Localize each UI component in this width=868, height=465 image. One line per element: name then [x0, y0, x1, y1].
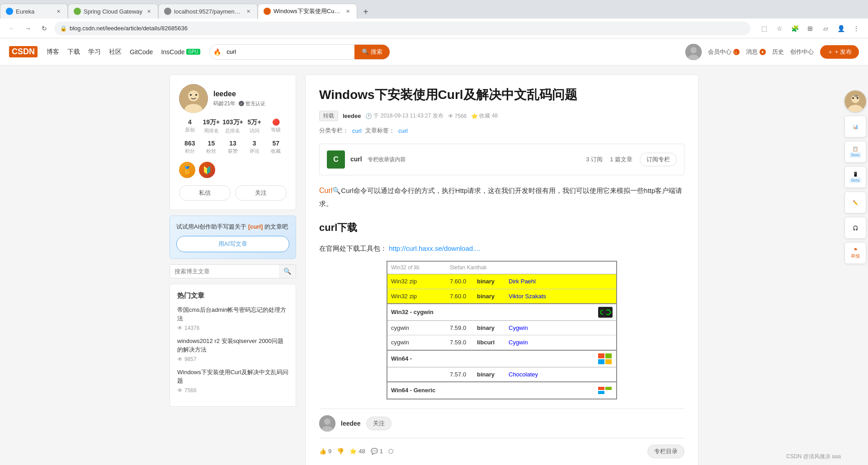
meta-author[interactable]: leedee [343, 113, 361, 119]
ai-write-button[interactable]: 用AI写文章 [176, 236, 289, 252]
hot-article-3[interactable]: Windows下安装使用Curl及解决中文乱码问题 👁 7566 [177, 368, 288, 394]
table-cell-cygwin-1: cygwin [391, 323, 445, 333]
nav-links: 博客 下载 学习 社区 GitCode InsCode GPU [47, 48, 200, 56]
main-content: leedee 码龄21年 ✓ 暂无认证 4 原创 [163, 66, 705, 465]
table-section-cygwin: Win32 - cygwin C [387, 304, 616, 321]
back-button[interactable]: ← [5, 22, 18, 35]
tab-close-eureka[interactable]: ✕ [55, 8, 62, 15]
follow-bottom-button[interactable]: 关注 [366, 417, 392, 430]
star-collect-icon: ⭐ [349, 448, 357, 455]
star-button[interactable]: ⭐ 48 [349, 448, 365, 455]
tab-close-localhost[interactable]: ✕ [245, 8, 252, 15]
author-avatar[interactable] [179, 84, 208, 113]
table-cell-author-2[interactable]: Viktor Szakats [509, 291, 546, 301]
footer-right: 专栏目录 [647, 445, 684, 458]
toc-button[interactable]: 专栏目录 [647, 445, 684, 458]
like-button[interactable]: 👍 9 [319, 448, 331, 455]
author-info: leedee 码龄21年 ✓ 暂无认证 [213, 90, 287, 108]
nav-inscode[interactable]: InsCode GPU [161, 48, 200, 56]
svg-rect-12 [598, 353, 604, 358]
tab-spring[interactable]: Spring Cloud Gateway ✕ [68, 4, 158, 19]
stat-comments: 3 评论 [244, 140, 265, 155]
publish-button[interactable]: ＋ + 发布 [820, 45, 859, 59]
table-cell-author-1[interactable]: Dirk Paehl [509, 276, 536, 287]
member-center-btn[interactable]: 会员中心🎁 [708, 48, 740, 56]
search-input[interactable] [225, 48, 354, 55]
hot-article-meta-2: 👁 9857 [177, 356, 288, 362]
reload-button[interactable]: ↻ [38, 22, 51, 35]
avatar-image [685, 44, 702, 60]
subscribe-column-button[interactable]: 订阅专栏 [640, 153, 677, 166]
forward-button[interactable]: → [22, 22, 34, 35]
float-list-btn[interactable]: 📋 Beta [844, 141, 866, 163]
nav-learn[interactable]: 学习 [88, 48, 101, 56]
hot-section: 热门文章 帝国cms后台admin帐号密码忘记的处理方法 👁 14376 win… [170, 284, 296, 407]
tab-windows[interactable]: Windows下安装使用Curl及解决... ✕ [258, 4, 357, 19]
svg-point-25 [852, 97, 854, 99]
curl-logo: C [327, 150, 345, 169]
author-stats-2: 863 积分 15 粉丝 13 获赞 3 评论 [179, 140, 287, 155]
svg-point-7 [195, 94, 197, 96]
new-tab-button[interactable]: + [359, 5, 373, 19]
dislike-button[interactable]: 👎 [337, 448, 344, 455]
sidebar-search-input[interactable] [170, 265, 279, 278]
create-center-btn[interactable]: 创作中心 [790, 48, 814, 56]
bottom-author-name: leedee [341, 420, 361, 427]
hot-article-2[interactable]: windows2012 r2 安装sqlserver 2000问题的解决方法 👁… [177, 337, 288, 362]
follow-author-button[interactable]: 关注 [235, 185, 287, 201]
search-button[interactable]: 🔍 搜索 [354, 44, 390, 60]
address-bar[interactable]: 🔒 blog.csdn.net/leedee/article/details/8… [54, 22, 750, 35]
table-cell-version-1: 7.60.0 [450, 276, 472, 287]
category-tag-curl[interactable]: curl [352, 127, 362, 134]
private-message-button[interactable]: 私信 [179, 185, 231, 201]
extensions-icon[interactable]: 🧩 [788, 22, 801, 35]
stat-visits: 5万+ 访问 [244, 118, 265, 134]
float-audio-btn[interactable]: 🎧 [844, 217, 866, 239]
nav-download[interactable]: 下载 [67, 48, 80, 56]
tab-eureka[interactable]: Eureka ✕ [0, 4, 68, 19]
stat-collects: 57 收藏 [265, 140, 287, 155]
float-avatar[interactable] [844, 90, 866, 112]
tab-close-windows[interactable]: ✕ [344, 8, 351, 15]
history-btn[interactable]: 历史 [772, 48, 784, 56]
float-edit-btn[interactable]: ✏️ [844, 192, 866, 213]
right-float-panel: 📊 📋 Beta 📱 Beta ✏️ 🎧 ⚑ 举报 [843, 90, 868, 264]
nav-community[interactable]: 社区 [109, 48, 122, 56]
user-avatar[interactable] [685, 44, 702, 60]
hot-article-1[interactable]: 帝国cms后台admin帐号密码忘记的处理方法 👁 14376 [177, 305, 288, 331]
transfer-badge: 转载 [319, 111, 338, 121]
bottom-author-avatar[interactable] [319, 415, 335, 432]
menu-icon[interactable]: ⋮ [850, 22, 863, 35]
table-cell-cygwin-a2[interactable]: Cygwin [509, 337, 528, 348]
author-actions: 私信 关注 [179, 185, 287, 201]
report-label: 举报 [851, 253, 860, 259]
sidebar-toggle-icon[interactable]: ▱ [819, 22, 832, 35]
svg-rect-14 [598, 359, 604, 364]
table-cell-win64-a1[interactable]: Chocolatey [509, 369, 538, 380]
float-report-btn[interactable]: ⚑ 举报 [844, 242, 866, 264]
article-tag-curl[interactable]: curl [398, 127, 408, 134]
svg-rect-16 [598, 387, 604, 390]
site-logo[interactable]: CSDN [9, 46, 38, 57]
share-button[interactable]: ⬡ [388, 448, 393, 455]
apps-icon[interactable]: ⊞ [804, 22, 816, 35]
profile-icon[interactable]: 👤 [835, 22, 847, 35]
bookmark-icon[interactable]: ☆ [773, 22, 786, 35]
comment-button[interactable]: 💬 1 [371, 448, 383, 455]
tab-title-windows: Windows下安装使用Curl及解决... [274, 7, 341, 15]
nav-gitcode[interactable]: GitCode [130, 48, 153, 56]
member-badge: 🎁 [733, 49, 740, 55]
table-cell-cygwin-a1[interactable]: Cygwin [509, 323, 528, 333]
float-mobile-btn[interactable]: 📱 Beta [844, 166, 866, 188]
messages-btn[interactable]: 消息● [746, 48, 766, 56]
table-row-cygwin-1: cygwin 7.59.0 binary Cygwin [387, 321, 616, 335]
cast-icon[interactable]: ⬚ [758, 22, 770, 35]
tab-close-spring[interactable]: ✕ [145, 8, 152, 15]
sidebar-search-button[interactable]: 🔍 [279, 268, 296, 275]
nav-blog[interactable]: 博客 [47, 48, 59, 56]
tab-localhost[interactable]: localhost:9527/payment/lb ✕ [158, 4, 258, 19]
hot-article-meta-1: 👁 14376 [177, 325, 288, 331]
float-chart-btn[interactable]: 📊 [844, 116, 866, 137]
svg-rect-28 [854, 95, 857, 97]
download-url-link[interactable]: http://curl.haxx.se/download.... [389, 244, 481, 252]
